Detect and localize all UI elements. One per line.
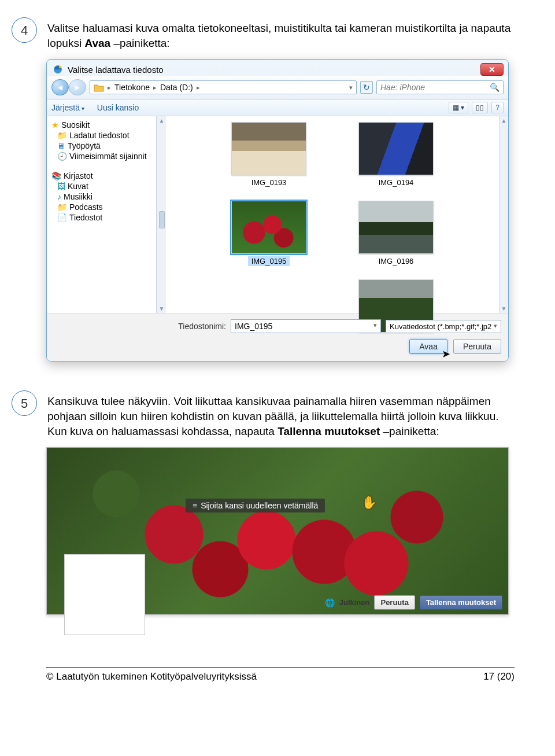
search-icon: 🔍 [490,83,500,92]
thumb-image [358,122,434,175]
thumbnail-grid: IMG_0193 IMG_0194 IMG_0195 IMG_0196 [166,116,499,313]
tree-label: Viimeisimmät sijainnit [69,152,147,161]
thumb-caption: IMG_0196 [375,256,417,266]
thumb-caption: IMG_0194 [375,178,417,187]
nav-back-button[interactable]: ◄ [51,79,69,95]
cover-preview[interactable]: ≡ Sijoita kansi uudelleen vetämällä ✋ 🌐 … [46,447,509,615]
hand-cursor-icon: ✋ [361,495,377,510]
overlay-text: Sijoita kansi uudelleen vetämällä [201,501,318,510]
scroll-up-icon[interactable]: ▲ [159,117,165,124]
tree-music[interactable]: ♪Musiikki [57,191,154,202]
search-input[interactable]: Hae: iPhone 🔍 [376,80,504,94]
svg-point-1 [59,66,61,68]
tree-recent[interactable]: 🕘Viimeisimmät sijainnit [57,151,154,161]
folder-tree: ★Suosikit 📁Ladatut tiedostot 🖥Työpöytä 🕘… [47,116,157,313]
chevron-down-icon[interactable]: ▾ [373,322,377,331]
tree-label: Työpöytä [68,141,101,150]
tree-scrollbar[interactable]: ▲ ▼ [157,116,166,313]
breadcrumb-seg1[interactable]: Tietokone [114,83,150,92]
privacy-label: Julkinen [339,598,370,607]
scroll-down-icon[interactable]: ▼ [159,305,165,312]
scroll-down-icon[interactable]: ▼ [501,305,507,312]
main-scrollbar[interactable]: ▲ ▼ [499,116,508,313]
dialog-toolbar: Järjestä Uusi kansio ▦ ▾ ▯▯ ? [47,99,508,116]
tree-favorites[interactable]: ★Suosikit [51,120,154,130]
profile-picture-slot[interactable] [64,554,145,635]
step-number-5: 5 [12,390,37,416]
filetype-value: Kuvatiedostot (*.bmp;*.gif;*.jp2 [390,322,491,331]
breadcrumb-dropdown-icon[interactable]: ▾ [349,84,353,91]
page-footer: © Laatutyön tukeminen Kotityöpalveluyrit… [46,667,515,683]
tree-downloads[interactable]: 📁Ladatut tiedostot [57,130,154,141]
tree-label: Kirjastot [64,171,93,180]
ie-icon [53,64,63,75]
chevron-down-icon[interactable]: ▾ [494,322,497,331]
filetype-select[interactable]: Kuvatiedostot (*.bmp;*.gif;*.jp2 ▾ [386,320,501,333]
new-folder-button[interactable]: Uusi kansio [97,103,139,112]
recent-icon: 🕘 [57,152,67,161]
open-button-label: Avaa [419,342,438,351]
file-thumb[interactable]: IMG_0194 [344,122,448,197]
tree-label: Kuvat [68,182,88,191]
library-icon: 📚 [51,171,61,180]
dialog-title: Valitse ladattava tiedosto [68,65,164,75]
thumb-image [231,122,306,175]
chevron-right-icon: ▸ [108,84,111,91]
close-button[interactable]: ✕ [480,63,504,76]
thumb-image [358,201,434,254]
tree-label: Suosikit [61,120,90,130]
file-thumb[interactable]: IMG_0193 [217,122,321,197]
tree-libraries[interactable]: 📚Kirjastot [51,171,154,181]
view-mode-button[interactable]: ▦ ▾ [449,102,468,113]
organize-menu[interactable]: Järjestä [51,103,84,112]
cover-cancel-button[interactable]: Peruuta [374,595,415,610]
tree-desktop[interactable]: 🖥Työpöytä [57,141,154,151]
chevron-right-icon: ▸ [153,84,157,91]
file-thumb[interactable]: IMG_0196 [344,201,448,276]
step5-t2: –painiketta: [380,425,439,437]
step4-text: Valitse haluamasi kuva omalta tietokonee… [47,17,515,50]
chevron-right-icon: ▸ [197,84,200,91]
step-number-4: 4 [12,17,37,43]
cover-footer: 🌐 Julkinen Peruuta Tallenna muutokset [325,595,502,610]
cover-save-button[interactable]: Tallenna muutokset [420,595,502,610]
folder-icon: 📁 [57,202,67,212]
tree-label: Musiikki [64,192,92,201]
breadcrumb-seg2[interactable]: Data (D:) [160,83,193,92]
refresh-button[interactable]: ↻ [360,81,373,94]
folder-icon [94,83,104,92]
cancel-button[interactable]: Peruuta [453,339,501,354]
breadcrumb[interactable]: ▸ Tietokone ▸ Data (D:) ▸ ▾ [90,80,357,94]
step4-post: –painiketta: [110,37,169,49]
open-button[interactable]: Avaa ➤ [409,339,447,354]
pictures-icon: 🖼 [57,182,65,191]
tree-pictures[interactable]: 🖼Kuvat [57,181,154,191]
scroll-thumb[interactable] [159,211,165,228]
document-icon: 📄 [57,213,67,222]
preview-pane-button[interactable]: ▯▯ [472,102,488,113]
reposition-overlay: ≡ Sijoita kansi uudelleen vetämällä [186,499,325,512]
tree-label: Ladatut tiedostot [69,131,130,140]
step4-bold: Avaa [84,37,110,49]
step5-bold: Tallenna muutokset [278,425,380,437]
star-icon: ★ [51,120,59,130]
folder-icon: 📁 [57,131,67,140]
tree-files[interactable]: 📄Tiedostot [57,212,154,223]
step5-text: Kansikuva tulee näkyviin. Voit liikuttaa… [47,390,515,438]
help-button[interactable]: ? [491,102,504,113]
drag-icon: ≡ [193,501,196,510]
footer-left: © Laatutyön tukeminen Kotityöpalveluyrit… [46,671,257,683]
tree-podcasts[interactable]: 📁Podcasts [57,202,154,212]
search-placeholder: Hae: iPhone [380,83,425,92]
thumb-caption: IMG_0195 [248,256,290,266]
tree-label: Podcasts [69,202,103,212]
nav-forward-button[interactable]: ► [69,79,86,95]
desktop-icon: 🖥 [57,141,65,150]
file-thumb-selected[interactable]: IMG_0195 [217,201,321,276]
filename-label: Tiedostonimi: [178,322,226,331]
filename-input[interactable]: IMG_0195 ▾ [231,319,381,333]
file-open-dialog: Valitse ladattava tiedosto ✕ ◄ ► ▸ Tieto… [46,59,509,362]
tree-label: Tiedostot [69,213,102,222]
thumb-image [231,201,306,254]
scroll-up-icon[interactable]: ▲ [501,117,507,124]
